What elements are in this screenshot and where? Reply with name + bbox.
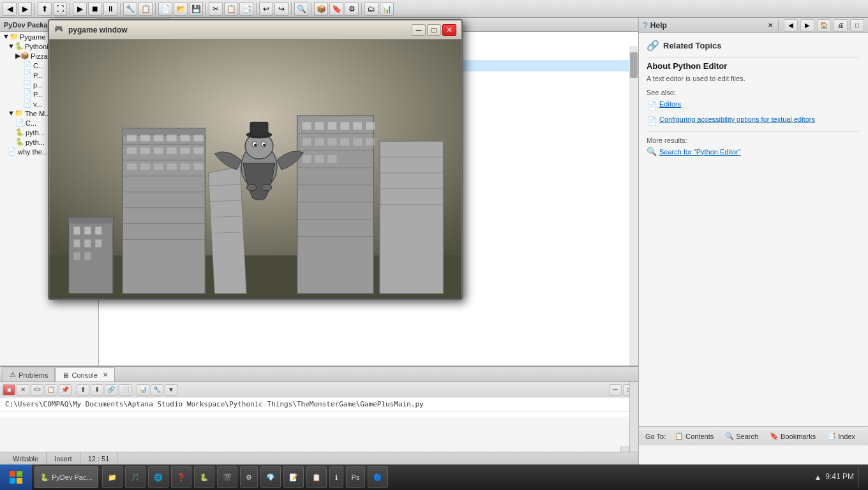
toolbar-btn-extra2[interactable]: 🔖 [329,2,343,16]
help-content: 🔗 Related Topics About Python Editor A t… [639,33,868,163]
help-nav-back[interactable]: ◀ [784,19,798,32]
taskbar-settings[interactable]: ⚙ [240,466,258,488]
bottom-tabs: ⚠ Problems 🖥 Console ✕ [0,367,638,382]
console-stop-btn[interactable]: ■ [3,384,15,396]
help-print[interactable]: 🖨 [834,19,848,32]
toolbar-btn-extra1[interactable]: 📦 [314,2,328,16]
console-btn6[interactable]: ⬆ [77,384,89,396]
console-view-menu[interactable]: ▼ [165,384,177,396]
console-btn5[interactable]: 📌 [59,384,71,396]
tray-show-desktop[interactable] [858,468,862,487]
help-maximize[interactable]: □ [850,19,864,32]
pygame-window[interactable]: 🎮 pygame window ─ □ ✕ [48,19,463,300]
help-link-accessibility[interactable]: 📄 Configuring accessibility options for … [647,114,860,127]
taskbar-notepad[interactable]: 📋 [306,466,327,488]
toolbar-btn-8[interactable]: 🔧 [123,2,137,16]
console-btn10[interactable]: 📊 [137,384,149,396]
pydev-taskbar-label: PyDev Pac... [52,473,93,481]
console-close-icon[interactable]: ✕ [103,371,108,378]
console-clear-btn[interactable]: ✕ [17,384,29,396]
help-link-editors[interactable]: 📄 Editors [647,99,860,112]
problems-tab[interactable]: ⚠ Problems [3,368,55,382]
toolbar-cut[interactable]: ✂ [209,2,223,16]
console-btn9[interactable]: ⬜ [119,384,131,396]
console-icon: 🖥 [62,371,69,379]
toolbar-redo[interactable]: ↪ [274,2,288,16]
taskbar-blue[interactable]: 💎 [260,466,281,488]
pygame-close-btn[interactable]: ✕ [442,24,456,36]
toolbar-undo[interactable]: ↩ [259,2,273,16]
toolbar-sep-2 [70,3,70,15]
help-search-icon: 🔍 [647,147,657,156]
help-goto-search[interactable]: 🔍 Search [722,431,761,442]
top-toolbar: ◀ ▶ ⬆ ⛶ ▶ ⏹ ⏸ 🔧 📋 📄 📂 💾 ✂ 📋 📑 ↩ ↪ 🔍 📦 🔖 … [0,0,868,18]
svg-point-80 [263,144,266,146]
toolbar-btn-2[interactable]: ▶ [18,2,32,16]
taskbar-explorer[interactable]: 📁 [102,466,123,488]
help-link-editors-label[interactable]: Editors [659,100,681,108]
toolbar-btn-6[interactable]: ⏹ [88,2,102,16]
pygame-maximize-btn[interactable]: □ [427,24,441,36]
help-search-python-editor[interactable]: 🔍 Search for "Python Editor" [647,147,860,156]
help-goto-bookmarks[interactable]: 🔖 Bookmarks [767,431,818,442]
help-goto-contents[interactable]: 📋 Contents [672,431,716,442]
help-search-label[interactable]: Search for "Python Editor" [659,148,741,156]
taskbar-pydev2[interactable]: 🔵 [368,466,388,488]
taskbar-item-pydev[interactable]: 🐍 PyDev Pac... [34,466,98,488]
status-insert: Insert [47,452,80,464]
help-nav-forward[interactable]: ▶ [800,19,814,32]
toolbar-paste[interactable]: 📑 [239,2,253,16]
file-icon-4: 📄 [23,90,32,98]
console-content[interactable] [0,412,638,417]
svg-rect-8 [73,239,80,247]
svg-rect-55 [327,122,336,130]
toolbar-btn-extra4[interactable]: 🗂 [364,2,378,16]
toolbar-btn-extra5[interactable]: 📊 [380,2,394,16]
taskbar-vlc[interactable]: 🎬 [217,466,237,488]
svg-rect-86 [17,478,22,484]
console-tab[interactable]: 🖥 Console ✕ [55,368,114,382]
console-btn7[interactable]: ⬇ [91,384,103,396]
toolbar-btn-3[interactable]: ⬆ [38,2,52,16]
taskbar-photoshop[interactable]: Ps [346,466,366,488]
console-minimize[interactable]: ─ [609,384,622,396]
help-goto-label: Go To: [645,433,666,440]
svg-rect-65 [303,155,311,163]
toolbar-open-file[interactable]: 📂 [174,2,188,16]
toolbar-btn-4[interactable]: ⛶ [53,2,67,16]
svg-rect-4 [68,218,113,224]
start-button[interactable] [0,464,32,490]
taskbar-info[interactable]: ℹ [329,466,343,488]
help-goto-index[interactable]: 📑 Index [825,431,858,442]
help-link-accessibility-label[interactable]: Configuring accessibility options for te… [659,115,815,123]
svg-rect-60 [315,138,324,145]
toolbar-save-file[interactable]: 💾 [189,2,203,16]
tray-icon-1: ▲ [814,473,821,482]
pygame-minimize-btn[interactable]: ─ [412,24,426,36]
taskbar-itunes[interactable]: 🎵 [125,466,146,488]
svg-rect-67 [327,155,336,163]
taskbar-python[interactable]: 🐍 [194,466,214,488]
console-btn8[interactable]: 🔗 [105,384,117,396]
svg-rect-63 [353,138,362,145]
taskbar-stickynotes[interactable]: 📝 [283,466,304,488]
svg-rect-39 [193,163,203,170]
console-btn3[interactable]: <> [31,384,43,396]
console-btn4[interactable]: 📋 [45,384,57,396]
svg-rect-6 [84,227,91,235]
toolbar-btn-extra3[interactable]: ⚙ [345,2,359,16]
toolbar-search[interactable]: 🔍 [294,2,308,16]
taskbar-chrome[interactable]: 🌐 [148,466,168,488]
svg-point-81 [246,184,257,191]
console-btn11[interactable]: 🔧 [151,384,163,396]
toolbar-btn-9[interactable]: 📋 [138,2,153,16]
toolbar-btn-5[interactable]: ▶ [73,2,87,16]
svg-rect-62 [340,138,349,145]
taskbar-help[interactable]: ❓ [171,466,191,488]
help-tab-close[interactable]: ✕ [768,22,773,29]
toolbar-new-file[interactable]: 📄 [158,2,172,16]
help-nav-home[interactable]: 🏠 [817,19,831,32]
toolbar-btn-1[interactable]: ◀ [3,2,17,16]
toolbar-copy[interactable]: 📋 [224,2,238,16]
toolbar-btn-7[interactable]: ⏸ [103,2,117,16]
